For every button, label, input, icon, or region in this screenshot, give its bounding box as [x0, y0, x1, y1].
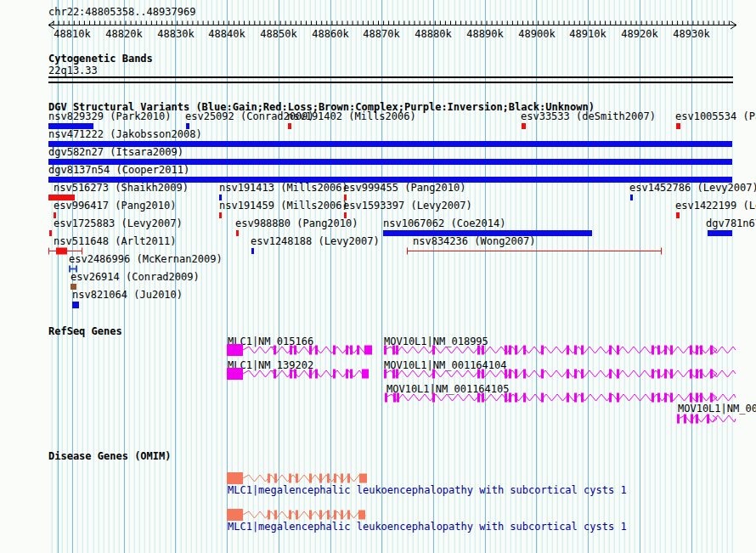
ruler-tick-label: 48890k	[466, 29, 503, 39]
ruler-tick-label: 48920k	[621, 29, 657, 39]
variant-label[interactable]: nsv821064 (Ju2010)	[72, 290, 183, 300]
variant-label[interactable]: esv1452786 (Levy2007)	[629, 183, 756, 193]
variant-label[interactable]: nsv471222 (Jakobsson2008)	[48, 129, 202, 139]
cytogenetic-band-label: 22q13.33	[48, 65, 98, 76]
variant-label[interactable]: nsv191402 (Mills2006)	[287, 111, 416, 121]
coordinate-ruler	[0, 0, 756, 29]
ruler-tick-label: 48930k	[673, 29, 709, 39]
variant-label[interactable]: nsv191413 (Mills2006)	[219, 183, 348, 193]
variant-label[interactable]: esv26914 (Conrad2009)	[71, 272, 200, 282]
variant-label[interactable]: esv2486996 (McKernan2009)	[69, 254, 223, 264]
gene-glyph[interactable]	[383, 367, 737, 381]
variant-label[interactable]: esv33533 (deSmith2007)	[521, 111, 656, 121]
variant-label[interactable]: nsv834236 (Wong2007)	[413, 236, 536, 246]
ruler-tick-label: 48910k	[569, 29, 606, 39]
variant-glyph[interactable]	[522, 123, 526, 129]
cytoband-bar[interactable]	[48, 76, 733, 78]
variant-label[interactable]: dgv781n67	[706, 218, 756, 229]
ruler-tick-label: 48820k	[105, 29, 142, 39]
ruler-tick-label: 48870k	[363, 29, 399, 39]
variant-glyph[interactable]	[219, 212, 222, 218]
omim-track-title: Disease Genes (OMIM)	[48, 451, 172, 461]
variant-label[interactable]: dgv582n27 (Itsara2009)	[48, 147, 183, 157]
variant-label[interactable]: esv988880 (Pang2010)	[235, 218, 358, 229]
variant-glyph[interactable]	[49, 230, 52, 236]
gene-glyph[interactable]	[227, 367, 370, 381]
variant-glyph[interactable]	[251, 248, 254, 254]
variant-glyph[interactable]	[676, 123, 680, 129]
gene-glyph[interactable]	[227, 343, 374, 357]
variant-label[interactable]: esv996417 (Pang2010)	[54, 200, 177, 211]
variant-label[interactable]: esv1725883 (Levy2007)	[54, 218, 183, 229]
refseq-track-title: RefSeq Genes	[48, 326, 122, 336]
ruler-tick-label: 48810k	[54, 29, 90, 39]
gene-glyph[interactable]	[227, 471, 369, 485]
variant-glyph[interactable]	[676, 212, 680, 218]
variant-glyph[interactable]	[236, 230, 239, 236]
variant-label[interactable]: esv1593397 (Levy2007)	[343, 200, 472, 211]
variant-glyph[interactable]	[708, 230, 732, 236]
genome-browser-view: chr22:48805358..48937969 48810k48820k488…	[0, 0, 756, 553]
cytoband-bar-lower	[48, 82, 733, 83]
variant-label[interactable]: nsv829329 (Park2010)	[48, 111, 172, 121]
variant-label[interactable]: nsv191459 (Mills2006)	[219, 200, 348, 211]
variant-label[interactable]: nsv511648 (Arlt2011)	[54, 236, 177, 246]
variant-label[interactable]: dgv8137n54 (Cooper2011)	[48, 165, 189, 175]
ruler-tick-label: 48850k	[260, 29, 296, 39]
variant-label[interactable]: nsv516273 (Shaikh2009)	[54, 183, 189, 193]
gene-glyph[interactable]	[677, 412, 737, 426]
variant-glyph[interactable]	[288, 123, 291, 129]
variant-glyph[interactable]	[407, 247, 663, 256]
variant-label[interactable]: esv1422199 (Levy2007)	[675, 200, 756, 211]
ruler-tick-label: 48840k	[208, 29, 245, 39]
variant-label[interactable]: esv999455 (Pang2010)	[343, 183, 466, 193]
variant-label[interactable]: esv1005534 (Pang2010)	[675, 111, 756, 121]
ruler-tick-label: 48830k	[157, 29, 194, 39]
variant-label[interactable]: esv1248188 (Levy2007)	[251, 236, 380, 246]
variant-glyph[interactable]	[630, 195, 633, 200]
cytogenetic-track-title: Cytogenetic Bands	[48, 54, 153, 64]
variant-glyph[interactable]	[72, 302, 79, 308]
ruler-tick-label: 48860k	[312, 29, 348, 39]
gene-glyph[interactable]	[227, 508, 367, 522]
gene-glyph[interactable]	[383, 343, 737, 357]
ruler-tick-label: 48880k	[415, 29, 451, 39]
disease-gene-label[interactable]: MLC1|megalencephalic leukoencephalopathy…	[228, 485, 627, 495]
disease-gene-label[interactable]: MLC1|megalencephalic leukoencephalopathy…	[228, 522, 627, 532]
variant-label[interactable]: nsv1067062 (Coe2014)	[383, 218, 506, 229]
ruler-tick-label: 48900k	[518, 29, 555, 39]
